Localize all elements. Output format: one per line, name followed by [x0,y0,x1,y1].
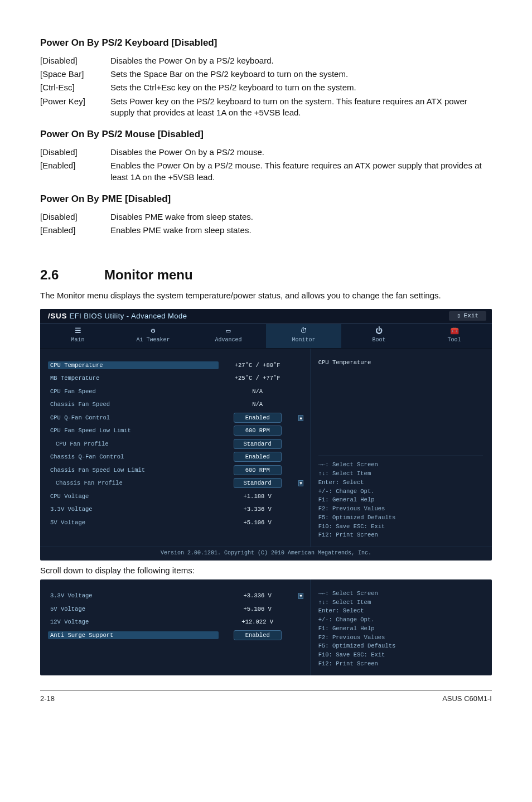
bios-setting-label: 3.3V Voltage [50,592,219,600]
bios-setting-row[interactable]: Chassis Fan SpeedN/A [50,398,306,412]
bios-setting-label: CPU Fan Speed Low Limit [50,427,219,434]
bios-setting-value: +3.336 V [219,592,297,600]
bios-setting-row[interactable]: CPU Temperature+27˚C / +80˚F [50,359,306,372]
page-number: 2-18 [40,694,55,704]
tab-tool[interactable]: 🧰Tool [417,324,492,349]
bios-setting-label: CPU Q-Fan Control [50,414,219,422]
power-icon: ⏻ [341,327,417,335]
section-title-pme: Power On By PME [Disabled] [40,193,492,206]
opt-key: [Enabled] [40,225,110,236]
bios-setting-row[interactable]: Anti Surge SupportEnabled [50,629,306,642]
tab-monitor[interactable]: ⏱Monitor [266,324,341,349]
option-list-mouse: [Disabled]Disables the Power On by a PS/… [40,147,492,183]
bios-hints: →←: Select Screen↑↓: Select ItemEnter: S… [318,590,483,669]
bios-setting-row[interactable]: 12V Voltage+12.022 V [50,616,306,629]
product-name: ASUS C60M1-I [442,694,492,704]
bios-setting-label: Chassis Fan Speed Low Limit [50,466,219,474]
bios-setting-row[interactable]: 3.3V Voltage+3.336 V▼ [50,590,306,603]
bios-setting-row[interactable]: Chassis Fan ProfileStandard▼ [50,477,306,490]
bios-setting-label: CPU Voltage [50,492,219,500]
section-number: 2.6 [40,266,104,284]
opt-desc: Enables PME wake from sleep states. [110,225,492,236]
bios-panel-scrolled: 3.3V Voltage+3.336 V▼5V Voltage+5.106 V1… [40,579,492,675]
opt-desc: Sets the Ctrl+Esc key on the PS/2 keyboa… [110,82,492,93]
section-title-kbd: Power On By PS/2 Keyboard [Disabled] [40,37,492,50]
section-intro: The Monitor menu displays the system tem… [40,290,492,301]
tab-main[interactable]: ☰Main [40,324,115,349]
opt-key: [Space Bar] [40,69,110,80]
bios-setting-value: +3.336 V [219,505,297,513]
bios-setting-value: +27˚C / +80˚F [219,361,297,369]
bios-setting-value: +25˚C / +77˚F [219,374,297,382]
bios-setting-value[interactable]: Enabled [219,413,297,423]
section-heading: Monitor menu [104,266,193,284]
toolbox-icon: 🧰 [417,327,492,335]
bios-setting-row[interactable]: CPU Q-Fan ControlEnabled▲ [50,411,306,424]
bios-setting-value[interactable]: 600 RPM [219,426,297,436]
bios-setting-label: CPU Temperature [48,361,219,369]
bios-setting-value: +5.106 V [219,519,297,526]
bios-help-title: CPU Temperature [318,359,483,366]
bios-setting-row[interactable]: CPU Fan Speed Low Limit600 RPM [50,424,306,438]
bios-setting-label: CPU Fan Profile [50,440,219,448]
opt-desc: Enables the Power On by a PS/2 mouse. Th… [110,160,492,183]
bios-brand: /SUS EFI BIOS Utility - Advanced Mode [48,311,187,321]
option-list-kbd: [Disabled]Disables the Power On by a PS/… [40,55,492,118]
bios-setting-label: Anti Surge Support [48,631,219,639]
bios-panel: /SUS EFI BIOS Utility - Advanced Mode ▯E… [40,309,492,561]
tab-advanced[interactable]: ▭Advanced [191,324,266,349]
opt-key: [Enabled] [40,160,110,183]
bios-version-footer: Version 2.00.1201. Copyright (C) 2010 Am… [40,547,492,561]
bios-setting-label: 3.3V Voltage [50,505,219,513]
exit-icon: ▯ [457,312,461,320]
bios-setting-value: N/A [219,388,297,395]
bios-setting-label: 5V Voltage [50,605,219,613]
scroll-up-icon[interactable]: ▲ [298,415,303,421]
opt-key: [Power Key] [40,96,110,119]
bios-setting-row[interactable]: Chassis Fan Speed Low Limit600 RPM [50,463,306,477]
section-title-mouse: Power On By PS/2 Mouse [Disabled] [40,128,492,141]
bios-tabstrip: ☰Main ⚙Ai Tweaker ▭Advanced ⏱Monitor ⏻Bo… [40,323,492,349]
bios-setting-row[interactable]: Chassis Q-Fan ControlEnabled [50,451,306,464]
option-list-pme: [Disabled]Disables PME wake from sleep s… [40,211,492,236]
opt-key: [Disabled] [40,147,110,158]
scroll-down-icon[interactable]: ▼ [298,593,303,599]
opt-desc: Sets Power key on the PS/2 keyboard to t… [110,96,492,119]
bios-setting-label: CPU Fan Speed [50,388,219,395]
bios-setting-value[interactable]: Standard [219,478,297,488]
bios-setting-label: MB Temperature [50,374,219,382]
bios-setting-value[interactable]: Standard [219,439,297,449]
bios-setting-value: +12.022 V [219,618,297,626]
bios-setting-label: 12V Voltage [50,618,219,626]
opt-desc: Disables the Power On by a PS/2 mouse. [110,147,492,158]
list-icon: ☰ [40,327,115,335]
bios-setting-row[interactable]: CPU Fan ProfileStandard [50,437,306,451]
opt-desc: Disables PME wake from sleep states. [110,211,492,223]
bios-setting-label: Chassis Q-Fan Control [50,453,219,461]
exit-button[interactable]: ▯Exit [449,311,486,321]
opt-desc: Sets the Space Bar on the PS/2 keyboard … [110,69,492,80]
scroll-note: Scroll down to display the following ite… [40,565,492,576]
scroll-down-icon[interactable]: ▼ [298,480,303,486]
bios-setting-value[interactable]: Enabled [219,630,297,640]
bios-setting-value: N/A [219,400,297,408]
bios-setting-value[interactable]: 600 RPM [219,465,297,475]
bios-hints: →←: Select Screen↑↓: Select ItemEnter: S… [318,456,483,540]
gauge-icon: ⏱ [266,327,341,335]
bios-setting-row[interactable]: 3.3V Voltage+3.336 V [50,503,306,516]
tab-ai-tweaker[interactable]: ⚙Ai Tweaker [115,324,191,349]
bios-setting-label: 5V Voltage [50,519,219,526]
bios-setting-row[interactable]: CPU Voltage+1.188 V [50,490,306,503]
opt-key: [Disabled] [40,211,110,223]
tab-boot[interactable]: ⏻Boot [341,324,417,349]
bios-setting-label: Chassis Fan Profile [50,479,219,487]
bios-setting-label: Chassis Fan Speed [50,400,219,408]
bios-setting-row[interactable]: 5V Voltage+5.106 V [50,602,306,616]
opt-key: [Ctrl-Esc] [40,82,110,93]
bios-setting-value: +1.188 V [219,492,297,500]
bios-setting-row[interactable]: 5V Voltage+5.106 V [50,516,306,529]
bios-setting-row[interactable]: MB Temperature+25˚C / +77˚F [50,372,306,385]
bios-setting-row[interactable]: CPU Fan SpeedN/A [50,385,306,398]
tweaker-icon: ⚙ [115,327,191,335]
bios-setting-value[interactable]: Enabled [219,452,297,462]
